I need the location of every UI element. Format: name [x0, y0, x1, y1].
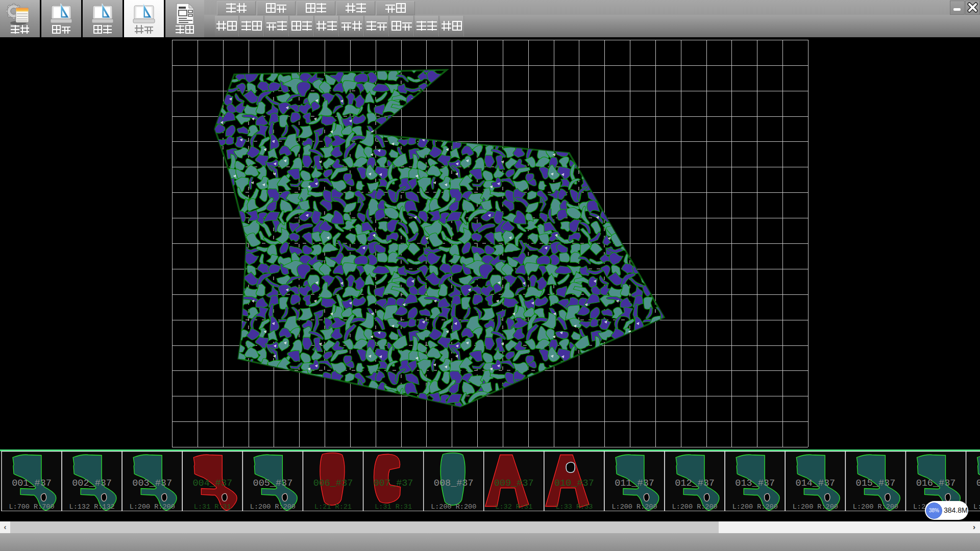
- svg-text:012_#37: 012_#37: [675, 478, 715, 489]
- svg-text:005_#37: 005_#37: [253, 478, 293, 489]
- svg-text:011_#37: 011_#37: [615, 478, 654, 489]
- svg-text:017_#37: 017_#37: [976, 478, 980, 489]
- svg-text:014_#37: 014_#37: [795, 478, 835, 489]
- svg-text:L:31 R:31: L:31 R:31: [375, 503, 412, 511]
- svg-text:010_#37: 010_#37: [554, 478, 594, 489]
- svg-text:L:200 R:200: L:200 R:200: [672, 503, 718, 511]
- svg-text:L:200 R:200: L:200 R:200: [431, 503, 476, 511]
- svg-text:L:200 R:200: L:200 R:200: [732, 503, 778, 511]
- svg-text:L:33 R:33: L:33 R:33: [555, 503, 593, 511]
- svg-text:003_#37: 003_#37: [132, 478, 172, 489]
- svg-text:008_#37: 008_#37: [434, 478, 474, 489]
- svg-text:L:200 R:200: L:200 R:200: [853, 503, 898, 511]
- svg-text:L:21 R:21: L:21 R:21: [314, 503, 352, 511]
- svg-text:L:200 R:200: L:200 R:200: [250, 503, 296, 511]
- svg-text:L:32 R:31: L:32 R:31: [495, 503, 532, 511]
- svg-text:002_#37: 002_#37: [72, 478, 112, 489]
- svg-text:L:200 R:200: L:200 R:200: [611, 503, 657, 511]
- svg-text:L:31 R:31: L:31 R:31: [194, 503, 231, 511]
- svg-text:016_#37: 016_#37: [916, 478, 956, 489]
- svg-text:013_#37: 013_#37: [735, 478, 775, 489]
- svg-text:015_#37: 015_#37: [856, 478, 896, 489]
- svg-text:009_#37: 009_#37: [494, 478, 534, 489]
- svg-text:L:200 R:200: L:200 R:200: [793, 503, 838, 511]
- svg-text:004_#37: 004_#37: [192, 478, 232, 489]
- svg-text:L:200 R:200: L:200 R:200: [973, 503, 980, 511]
- svg-text:L:132 R:132: L:132 R:132: [69, 503, 115, 511]
- svg-text:L:200 R:200: L:200 R:200: [130, 503, 175, 511]
- svg-text:006_#37: 006_#37: [313, 478, 353, 489]
- svg-text:001_#37: 001_#37: [12, 478, 52, 489]
- svg-text:007_#37: 007_#37: [374, 478, 413, 489]
- svg-text:L:700 R:700: L:700 R:700: [9, 503, 54, 511]
